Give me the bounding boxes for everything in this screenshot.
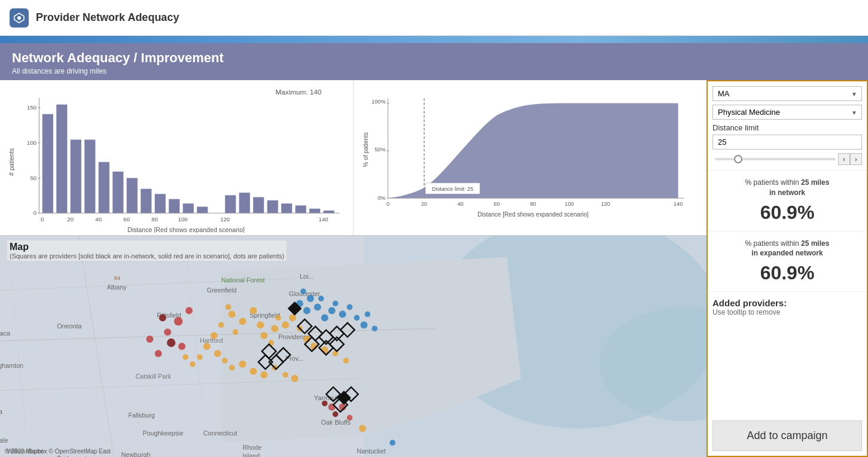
svg-text:50%: 50%: [374, 147, 385, 153]
bar-4: [99, 162, 109, 213]
bar-15: [267, 200, 278, 213]
svg-text:Prov...: Prov...: [285, 355, 303, 362]
sidebar: MA CT NY VT NH ME Physical Medicine: [706, 80, 868, 457]
svg-text:Rhode: Rhode: [243, 444, 262, 451]
bar-16: [281, 203, 292, 213]
state-select[interactable]: MA CT NY VT NH ME: [712, 86, 862, 101]
svg-text:60: 60: [494, 201, 500, 207]
slider-thumb[interactable]: [734, 155, 742, 163]
svg-text:60: 60: [123, 216, 130, 223]
svg-text:Distance [Red shows expanded s: Distance [Red shows expanded scenario]: [127, 226, 245, 233]
svg-point-111: [303, 307, 310, 314]
svg-text:100: 100: [178, 216, 188, 223]
bar-9: [169, 199, 179, 213]
bar-6: [127, 178, 138, 214]
svg-point-79: [233, 329, 239, 335]
stat2-label: % patients within 25 milesin expanded ne…: [712, 239, 862, 259]
cumulative-svg: % of patients Distance limit: 25: [361, 85, 699, 233]
svg-point-104: [282, 372, 288, 378]
svg-text:84: 84: [114, 275, 121, 281]
specialty-dropdown-row: Physical Medicine Cardiology Orthopedics…: [712, 105, 862, 120]
panel-header: Network Adequacy / Improvement All dista…: [0, 43, 868, 80]
svg-text:20: 20: [67, 216, 74, 223]
svg-text:120: 120: [220, 216, 230, 223]
svg-text:140: 140: [674, 201, 683, 207]
svg-point-81: [218, 322, 224, 328]
svg-point-100: [239, 361, 246, 368]
svg-point-121: [360, 321, 367, 328]
svg-point-106: [197, 354, 203, 360]
svg-text:0: 0: [33, 209, 36, 216]
map-section: Map (Squares are providers [solid black …: [0, 236, 706, 457]
svg-text:Newburgh: Newburgh: [121, 451, 151, 457]
svg-point-97: [214, 350, 221, 357]
svg-point-84: [271, 325, 278, 332]
stat-box-2: % patients within 25 milesin expanded ne…: [708, 231, 867, 293]
svg-text:Greenfield: Greenfield: [207, 287, 237, 294]
bar-8: [155, 194, 166, 213]
panel-subtitle: All distances are driving miles: [12, 67, 856, 75]
svg-point-114: [321, 314, 328, 321]
bar-10: [183, 203, 194, 213]
svg-point-110: [307, 295, 314, 302]
app-logo: [10, 8, 29, 28]
added-providers-section: Added providers: Use tooltip to remove: [708, 292, 867, 320]
slider-row: ‹ ›: [712, 153, 862, 165]
svg-text:Nantucket: Nantucket: [357, 447, 385, 455]
svg-text:100: 100: [565, 201, 574, 207]
slider-arrow-left[interactable]: ‹: [838, 153, 850, 165]
stat1-label: % patients within 25 milesin network: [712, 178, 862, 198]
map-heading: Map: [10, 242, 284, 252]
svg-text:% of patients: % of patients: [363, 132, 369, 167]
svg-point-115: [328, 307, 336, 314]
svg-point-83: [260, 332, 267, 339]
state-dropdown-row: MA CT NY VT NH ME: [712, 86, 862, 101]
specialty-dropdown-wrapper: Physical Medicine Cardiology Orthopedics…: [712, 105, 862, 120]
svg-point-101: [249, 368, 257, 375]
charts-area: Maximum: 140 # patients: [0, 80, 706, 457]
svg-text:50: 50: [30, 175, 36, 181]
svg-point-85: [282, 321, 289, 328]
svg-text:Oak Bluffs: Oak Bluffs: [321, 419, 351, 426]
bar-11: [197, 207, 208, 214]
distance-limit-label: Distance limit: 25: [432, 186, 473, 192]
svg-point-126: [164, 328, 171, 336]
svg-point-120: [300, 288, 306, 294]
svg-point-95: [211, 332, 218, 339]
slider-arrow-right[interactable]: ›: [850, 153, 862, 165]
svg-point-119: [354, 315, 360, 321]
bar-3: [84, 139, 95, 213]
svg-point-102: [260, 371, 267, 379]
svg-point-112: [314, 303, 321, 310]
svg-point-78: [249, 307, 257, 314]
added-providers-subtitle: Use tooltip to remove: [712, 308, 862, 316]
svg-text:Island: Island: [243, 452, 260, 457]
bar-19: [324, 211, 334, 213]
svg-point-130: [146, 336, 153, 343]
bar-1: [56, 105, 67, 214]
add-to-campaign-button[interactable]: Add to campaign: [712, 421, 862, 451]
slider-track[interactable]: [715, 158, 836, 160]
distance-input[interactable]: [712, 135, 862, 150]
svg-point-77: [229, 310, 236, 318]
svg-point-132: [322, 401, 328, 407]
bar-7: [141, 189, 151, 214]
svg-point-105: [291, 375, 299, 382]
svg-point-116: [333, 301, 339, 307]
svg-text:Oneonta: Oneonta: [57, 322, 81, 330]
state-dropdown-wrapper: MA CT NY VT NH ME: [712, 86, 862, 101]
cumulative-container: % of patients Distance limit: 25: [353, 80, 706, 235]
svg-text:Ithaca: Ithaca: [0, 330, 10, 337]
svg-text:100%: 100%: [371, 99, 385, 105]
svg-point-0: [17, 16, 21, 20]
specialty-select[interactable]: Physical Medicine Cardiology Orthopedics…: [712, 105, 862, 120]
svg-point-86: [289, 314, 296, 321]
app-header: Provider Network Adequacy: [0, 0, 868, 36]
y-axis-label: # patients: [8, 148, 15, 176]
histogram-container: Maximum: 140 # patients: [0, 80, 353, 235]
app-title: Provider Network Adequacy: [36, 11, 179, 24]
svg-point-96: [203, 343, 211, 350]
svg-text:0: 0: [386, 201, 389, 207]
svg-point-94: [343, 358, 349, 364]
svg-text:Distance [Red shows expanded s: Distance [Red shows expanded scenario]: [477, 211, 589, 218]
